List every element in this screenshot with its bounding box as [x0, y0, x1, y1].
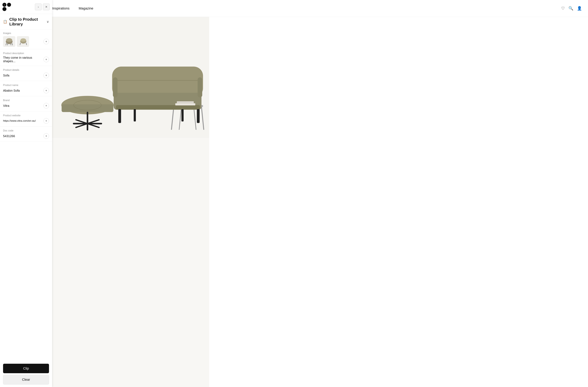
- svg-rect-19: [118, 109, 121, 123]
- sidebar-footer: Clip Clear: [0, 361, 52, 387]
- doc-code-label: Doc code: [3, 129, 49, 132]
- add-name-button[interactable]: +: [43, 88, 49, 93]
- book-icon: 📋: [3, 20, 7, 24]
- clip-chevron-icon[interactable]: ∨: [46, 20, 49, 24]
- chair-icon-1: [5, 37, 14, 46]
- svg-point-7: [21, 39, 26, 42]
- add-details-button[interactable]: +: [43, 73, 49, 78]
- product-details-section: Product details Sofa +: [0, 66, 52, 81]
- app-logo[interactable]: ›: [2, 3, 11, 11]
- add-doc-code-button[interactable]: +: [43, 133, 49, 139]
- product-scene-svg: [52, 17, 209, 138]
- add-website-button[interactable]: +: [43, 118, 49, 124]
- clear-button[interactable]: Clear: [3, 375, 49, 385]
- chair-icon-2: [18, 37, 28, 46]
- svg-rect-23: [113, 77, 117, 97]
- doc-code-section: Doc code 5431266 +: [0, 127, 52, 142]
- svg-rect-22: [181, 109, 184, 121]
- nav-links: Products Inspirations Magazine: [30, 6, 209, 10]
- main-content: [52, 0, 209, 387]
- product-details-value: Sofa: [3, 74, 9, 77]
- svg-line-13: [179, 107, 181, 130]
- product-website-value[interactable]: https://www.vitra.com/en-au/: [3, 119, 36, 122]
- product-name-section: Product name Abalon Sofa +: [0, 81, 52, 96]
- app-logo-dot-arrow: ›: [2, 3, 6, 7]
- product-website-section: Product website https://www.vitra.com/en…: [0, 111, 52, 127]
- app-logo-dot-bottom: [2, 7, 6, 11]
- image-thumbnail-1[interactable]: [3, 36, 15, 47]
- product-description-label: Product description: [3, 52, 49, 55]
- svg-rect-21: [134, 109, 136, 121]
- product-details-label: Product details: [3, 69, 49, 71]
- brand-row: Vitra +: [3, 103, 49, 108]
- svg-line-8: [20, 43, 21, 45]
- svg-point-1: [6, 38, 12, 42]
- product-name-label: Product name: [3, 84, 49, 86]
- svg-rect-26: [62, 104, 113, 112]
- svg-rect-20: [197, 109, 200, 123]
- brand-label: Brand: [3, 99, 49, 102]
- add-brand-button[interactable]: +: [43, 103, 49, 108]
- product-details-row: Sofa +: [3, 73, 49, 78]
- doc-code-value: 5431266: [3, 134, 15, 138]
- nav-link-magazine[interactable]: Magazine: [79, 6, 93, 10]
- product-description-row: They come in various shapes... +: [3, 56, 49, 63]
- product-website-label: Product website: [3, 114, 49, 117]
- brand-section: Brand Vitra +: [0, 96, 52, 111]
- product-name-value: Abalon Sofa: [3, 89, 20, 92]
- hero-image: [52, 17, 209, 138]
- app-logo-dot-large: [7, 3, 11, 7]
- svg-line-5: [11, 44, 11, 45]
- product-website-row: https://www.vitra.com/en-au/ +: [3, 118, 49, 124]
- image-thumbnail-2[interactable]: [17, 36, 29, 47]
- svg-rect-18: [116, 105, 200, 109]
- add-image-button[interactable]: +: [43, 39, 49, 44]
- svg-line-2: [6, 43, 6, 45]
- sidebar-close-button[interactable]: ✕: [43, 3, 50, 10]
- product-name-row: Abalon Sofa +: [3, 88, 49, 93]
- sidebar-nav-buttons: › ✕: [35, 3, 50, 10]
- svg-line-4: [7, 44, 8, 45]
- svg-line-9: [26, 43, 27, 45]
- sidebar-panel: › › ✕ 📋 Clip to Product Library ∨ Images: [0, 0, 52, 387]
- brand-value: Vitra: [3, 104, 9, 108]
- sidebar-content: Images: [0, 30, 52, 361]
- clip-button[interactable]: Clip: [3, 364, 49, 373]
- product-description-value: They come in various shapes...: [3, 56, 43, 63]
- doc-code-row: 5431266 +: [3, 133, 49, 139]
- svg-rect-24: [198, 77, 202, 97]
- svg-line-12: [202, 107, 204, 130]
- nav-link-inspirations[interactable]: Inspirations: [52, 6, 69, 10]
- images-row: +: [3, 36, 49, 47]
- clip-header: 📋 Clip to Product Library ∨: [0, 14, 52, 30]
- images-label: Images: [3, 32, 49, 35]
- svg-line-3: [12, 43, 13, 45]
- product-description-section: Product description They come in various…: [0, 49, 52, 66]
- svg-line-14: [194, 107, 196, 130]
- add-description-button[interactable]: +: [43, 57, 49, 62]
- svg-line-11: [171, 107, 174, 130]
- clip-header-title: Clip to Product Library: [9, 17, 44, 26]
- svg-rect-33: [177, 101, 194, 104]
- images-section: Images: [0, 30, 52, 49]
- sidebar-back-button[interactable]: ›: [35, 3, 42, 10]
- sidebar-top-bar: › › ✕: [0, 0, 52, 14]
